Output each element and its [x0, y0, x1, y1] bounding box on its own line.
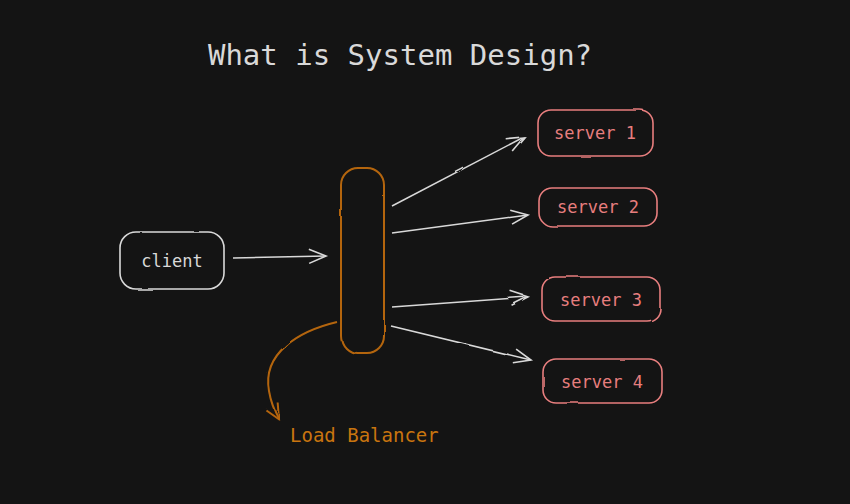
- arrow-client-to-load-balancer: [233, 256, 326, 258]
- load-balancer-label: Load Balancer: [290, 424, 439, 446]
- client-label: client: [141, 251, 202, 271]
- server-2-label: server 2: [557, 197, 639, 217]
- diagram-canvas: What is System Design? client server 1 s…: [0, 0, 850, 504]
- diagram-title: What is System Design?: [208, 38, 592, 72]
- system-design-diagram: What is System Design? client server 1 s…: [0, 0, 850, 504]
- load-balancer-box: [341, 168, 384, 353]
- arrow-load-balancer-to-server-1: [392, 137, 524, 206]
- server-4-label: server 4: [561, 372, 643, 392]
- arrow-load-balancer-to-server-2: [392, 215, 528, 233]
- server-3-label: server 3: [560, 290, 642, 310]
- load-balancer-annotation-arrow: [268, 322, 337, 419]
- arrow-load-balancer-to-server-4: [391, 326, 531, 360]
- arrow-load-balancer-to-server-3: [392, 297, 528, 307]
- server-1-label: server 1: [554, 123, 636, 143]
